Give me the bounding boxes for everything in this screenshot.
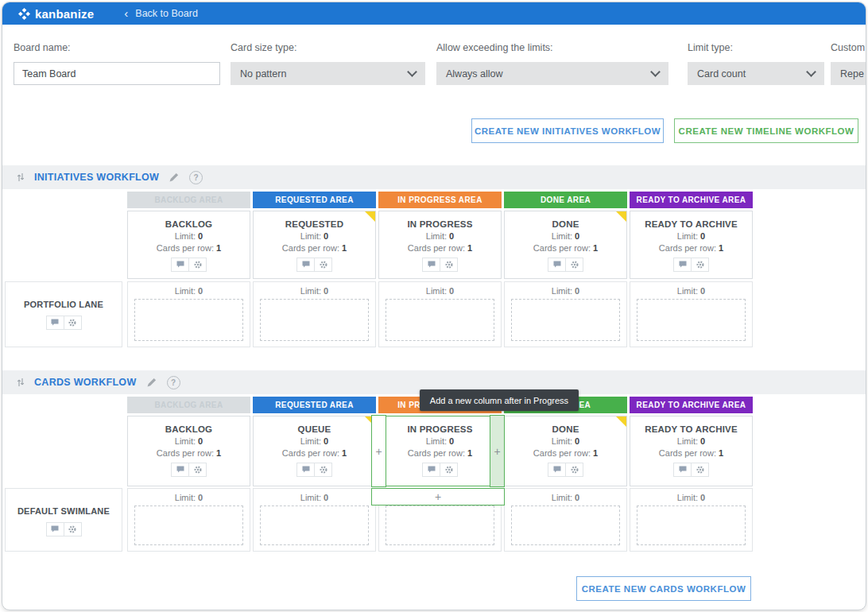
create-new-cards-workflow-button[interactable]: CREATE NEW CARDS WORKFLOW: [576, 576, 751, 601]
comment-icon[interactable]: [548, 463, 565, 476]
limit-label: Limit:: [552, 231, 572, 241]
custom-field-select[interactable]: Repe: [831, 62, 866, 85]
help-icon[interactable]: ?: [167, 376, 180, 389]
column-title: BACKLOG: [128, 219, 250, 229]
column-actions: [673, 463, 709, 477]
custom-field-value: Repe: [840, 68, 864, 79]
gear-icon[interactable]: [440, 463, 457, 476]
empty-drop-zone: [260, 505, 369, 545]
initiatives-workflow-grid: BACKLOG AREA REQUESTED AREA IN PROGRESS …: [2, 192, 866, 351]
column-actions: [422, 463, 458, 477]
chevron-down-icon: [650, 67, 661, 77]
limit-value: 0: [449, 286, 454, 296]
column-card-backlog[interactable]: BACKLOG Limit: 0 Cards per row: 1: [127, 416, 250, 486]
create-new-timeline-workflow-button[interactable]: CREATE NEW TIMELINE WORKFLOW: [674, 118, 858, 143]
gear-icon[interactable]: [314, 463, 331, 476]
limit-label: Limit:: [300, 231, 321, 241]
edit-pencil-icon[interactable]: [169, 172, 180, 183]
limit-label: Limit:: [552, 286, 572, 296]
gear-icon[interactable]: [565, 258, 583, 271]
column-card-in-progress[interactable]: IN PROGRESS Limit: 0 Cards per row: 1: [378, 211, 502, 279]
column-card-in-progress[interactable]: IN PROGRESS Limit: 0 Cards per row: 1 + …: [378, 416, 502, 486]
cards-per-row-label: Cards per row:: [408, 448, 465, 458]
add-column-before-button[interactable]: +: [371, 415, 386, 487]
swimlane-cell: Limit: 0: [378, 281, 502, 347]
limit-value: 0: [198, 286, 203, 296]
comment-icon[interactable]: [548, 258, 565, 271]
edit-pencil-icon[interactable]: [146, 377, 157, 388]
help-icon[interactable]: ?: [189, 171, 203, 184]
gear-icon[interactable]: [64, 523, 81, 536]
limit-value: 0: [324, 436, 328, 446]
column-card-ready-to-archive[interactable]: READY TO ARCHIVE Limit: 0 Cards per row:…: [630, 211, 753, 279]
limit-label: Limit:: [426, 436, 447, 446]
comment-icon[interactable]: [674, 463, 691, 476]
column-card-done[interactable]: DONE Limit: 0 Cards per row: 1: [504, 211, 627, 279]
card-size-type-select[interactable]: No pattern: [231, 62, 425, 85]
gear-icon[interactable]: [188, 463, 206, 476]
gear-icon[interactable]: [691, 463, 708, 476]
cards-per-row-value: 1: [719, 243, 723, 253]
reorder-workflow-icon[interactable]: [17, 172, 25, 182]
board-editor-window: kanbanize ‹ Back to Board Board name: Ca…: [2, 2, 866, 610]
comment-icon[interactable]: [423, 258, 440, 271]
allow-exceeding-select[interactable]: Always allow: [436, 62, 668, 85]
comment-icon[interactable]: [47, 523, 64, 536]
column-card-ready-to-archive[interactable]: READY TO ARCHIVE Limit: 0 Cards per row:…: [630, 416, 753, 486]
limit-value: 0: [700, 231, 705, 241]
empty-drop-zone: [134, 299, 243, 341]
empty-drop-zone: [260, 299, 369, 341]
column-card-backlog[interactable]: BACKLOG Limit: 0 Cards per row: 1: [127, 211, 250, 279]
area-header-ready-to-archive: READY TO ARCHIVE AREA: [630, 192, 753, 208]
add-column-after-button[interactable]: +: [490, 415, 505, 487]
swimlane-cell: Limit: 0: [253, 488, 376, 552]
create-new-initiatives-workflow-button[interactable]: CREATE NEW INITIATIVES WORKFLOW: [471, 118, 664, 143]
area-header-requested: REQUESTED AREA: [253, 192, 376, 208]
comment-icon[interactable]: [297, 463, 314, 476]
comment-icon[interactable]: [423, 463, 440, 476]
comment-icon[interactable]: [47, 316, 64, 329]
limit-value: 0: [324, 286, 328, 296]
column-card-done[interactable]: DONE Limit: 0 Cards per row: 1: [504, 416, 627, 486]
comment-icon[interactable]: [172, 463, 188, 476]
limit-label: Limit:: [175, 231, 196, 241]
cards-per-row-label: Cards per row:: [659, 448, 716, 458]
plus-icon: +: [494, 446, 500, 457]
back-to-board-link[interactable]: ‹ Back to Board: [124, 8, 198, 19]
gear-icon[interactable]: [440, 258, 457, 271]
cards-workflow-title: CARDS WORKFLOW: [34, 377, 137, 388]
column-card-queue[interactable]: QUEUE Limit: 0 Cards per row: 1: [253, 416, 376, 486]
limit-label: Limit:: [552, 436, 572, 446]
swimlane-cell: Limit: 0: [253, 281, 376, 347]
column-title: IN PROGRESS: [379, 424, 501, 434]
limit-label: Limit:: [300, 286, 321, 296]
comment-icon[interactable]: [297, 258, 314, 271]
initiatives-workflow-section-bar: INITIATIVES WORKFLOW ?: [2, 165, 866, 189]
gear-icon[interactable]: [188, 258, 206, 271]
empty-drop-zone: [134, 505, 243, 545]
cards-per-row-label: Cards per row:: [157, 243, 214, 253]
limit-value: 0: [575, 286, 579, 296]
comment-icon[interactable]: [172, 258, 188, 271]
reorder-workflow-icon[interactable]: [17, 378, 25, 387]
column-card-requested[interactable]: REQUESTED Limit: 0 Cards per row: 1: [253, 211, 376, 279]
allow-exceeding-label: Allow exceeding the limits:: [436, 42, 553, 53]
comment-icon[interactable]: [674, 258, 691, 271]
board-name-input[interactable]: [14, 62, 220, 85]
swimlane-label-portfolio-lane: PORTFOLIO LANE: [5, 281, 122, 347]
cards-per-row-label: Cards per row:: [533, 448, 591, 458]
limit-label: Limit:: [426, 286, 447, 296]
gear-icon[interactable]: [64, 316, 81, 329]
limit-label: Limit:: [175, 286, 196, 296]
column-title: REQUESTED: [254, 219, 375, 229]
card-size-type-label: Card size type:: [231, 42, 296, 53]
limit-type-select[interactable]: Card count: [688, 62, 824, 85]
add-child-column-button[interactable]: +: [371, 488, 505, 505]
gear-icon[interactable]: [691, 258, 708, 271]
gear-icon[interactable]: [565, 463, 583, 476]
column-title: READY TO ARCHIVE: [630, 424, 752, 434]
gear-icon[interactable]: [314, 258, 331, 271]
card-size-type-value: No pattern: [240, 68, 286, 79]
column-title: BACKLOG: [128, 424, 250, 434]
limit-value: 0: [198, 493, 203, 502]
